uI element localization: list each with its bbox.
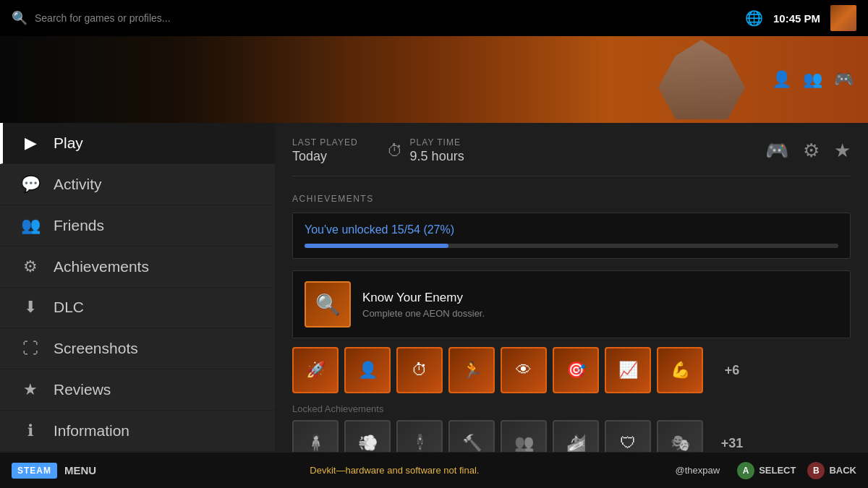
content-area: LAST PLAYED Today ⏱ PLAY TIME 9.5 hours … (275, 123, 868, 452)
avatar-image (830, 5, 856, 31)
last-played-block: LAST PLAYED Today (292, 137, 358, 164)
information-icon: ℹ (20, 421, 41, 441)
stats-row: LAST PLAYED Today ⏱ PLAY TIME 9.5 hours … (292, 137, 851, 176)
stats-action-icons: 🎮 ⚙ ★ (765, 140, 851, 162)
sidebar-label-reviews: Reviews (54, 381, 111, 398)
bottom-controls: A SELECT B BACK (737, 462, 856, 479)
gamepad-icon[interactable]: 🎮 (765, 140, 788, 162)
sidebar-label-information: Information (54, 422, 129, 440)
ach-icon-locked-6[interactable]: 🛡 (605, 420, 651, 452)
play-time-block: ⏱ PLAY TIME 9.5 hours (387, 137, 464, 164)
top-bar-right: 🌐 10:45 PM (745, 5, 856, 31)
globe-icon: 🌐 (745, 9, 763, 27)
achievement-progress-box: You've unlocked 15/54 (27%) (292, 213, 851, 259)
hero-action-icons: 👤 👥 🎮 (772, 70, 854, 89)
achievement-progress-text: You've unlocked 15/54 (27%) (305, 223, 838, 236)
select-label: SELECT (759, 465, 796, 476)
a-button[interactable]: A (737, 462, 754, 479)
sidebar-item-achievements[interactable]: ⚙ Achievements (0, 247, 275, 288)
locked-more-count[interactable]: +31 (709, 420, 755, 452)
sidebar-label-play: Play (54, 134, 83, 152)
hero-character (658, 40, 745, 119)
back-label: BACK (829, 465, 856, 476)
bottom-username: @thexpaw (676, 465, 720, 476)
achievements-icon: ⚙ (20, 257, 41, 277)
a-button-group[interactable]: A SELECT (737, 462, 796, 479)
devkit-notice: Devkit—hardware and software not final. (114, 465, 675, 476)
friends-icon[interactable]: 👥 (803, 70, 822, 89)
ach-icon-unlocked-5[interactable]: 🎯 (553, 347, 599, 393)
ach-icon-unlocked-2[interactable]: ⏱ (396, 347, 443, 393)
sidebar-item-information[interactable]: ℹ Information (0, 411, 275, 452)
screenshots-icon: ⛶ (20, 338, 41, 359)
ach-icon-locked-0[interactable]: 🧍 (292, 420, 339, 452)
locked-achievements-label: Locked Achievements (292, 403, 851, 414)
search-icon: 🔍 (12, 10, 27, 26)
sidebar-item-screenshots[interactable]: ⛶ Screenshots (0, 328, 275, 369)
sidebar-label-friends: Friends (54, 217, 104, 234)
clock-display: 10:45 PM (773, 12, 820, 25)
avatar[interactable] (830, 5, 856, 31)
playtime-clock-icon: ⏱ (387, 142, 403, 160)
b-button-group[interactable]: B BACK (807, 462, 856, 479)
friend-icon[interactable]: 👤 (772, 70, 791, 89)
menu-label: MENU (64, 464, 96, 476)
sidebar-item-dlc[interactable]: ⬇ DLC (0, 288, 275, 329)
settings-icon[interactable]: ⚙ (803, 140, 820, 162)
ach-icon-unlocked-4[interactable]: 👁 (501, 347, 547, 393)
ach-icon-locked-5[interactable]: 🏄 (553, 420, 599, 452)
featured-achievement-name: Know Your Enemy (362, 291, 485, 305)
featured-achievement-desc: Complete one AEON dossier. (362, 308, 485, 319)
play-time-value: 9.5 hours (410, 149, 464, 164)
locked-achievements-row: 🧍 💨 🕴 🔨 👥 🏄 🛡 🎭 +31 (292, 420, 851, 452)
progress-prefix: You've unlocked (305, 223, 391, 236)
search-input[interactable]: Search for games or profiles... (35, 12, 738, 24)
ach-icon-unlocked-6[interactable]: 📈 (605, 347, 651, 393)
ach-icon-unlocked-0[interactable]: 🚀 (292, 347, 339, 393)
ach-icon-unlocked-1[interactable]: 👤 (344, 347, 391, 393)
controller-icon[interactable]: 🎮 (834, 70, 854, 89)
b-button[interactable]: B (807, 462, 825, 479)
favorite-icon[interactable]: ★ (834, 140, 851, 162)
activity-icon: 💬 (20, 174, 41, 194)
ach-icon-unlocked-7[interactable]: 💪 (657, 347, 703, 393)
sidebar-label-activity: Activity (54, 176, 102, 193)
progress-bar-bg (305, 244, 838, 248)
sidebar: ▶ Play 💬 Activity 👥 Friends ⚙ Achievemen… (0, 123, 275, 452)
ach-icon-locked-4[interactable]: 👥 (501, 420, 547, 452)
top-bar: 🔍 Search for games or profiles... 🌐 10:4… (0, 0, 868, 36)
featured-achievement-info: Know Your Enemy Complete one AEON dossie… (362, 291, 485, 319)
progress-fraction: 15/54 (391, 223, 420, 236)
steam-badge: STEAM (12, 463, 57, 479)
friends-sidebar-icon: 👥 (20, 215, 41, 236)
ach-icon-unlocked-3[interactable]: 🏃 (448, 347, 495, 393)
ach-icon-locked-1[interactable]: 💨 (344, 420, 391, 452)
reviews-icon: ★ (20, 380, 41, 400)
sidebar-item-friends[interactable]: 👥 Friends (0, 205, 275, 247)
play-time-inner: PLAY TIME 9.5 hours (410, 137, 464, 164)
hero-banner: 👤 👥 🎮 (0, 36, 868, 123)
featured-achievement-icon: 🔍 (305, 281, 351, 328)
ach-icon-locked-3[interactable]: 🔨 (448, 420, 495, 452)
ach-icon-locked-2[interactable]: 🕴 (396, 420, 443, 452)
sidebar-label-achievements: Achievements (54, 258, 149, 275)
featured-achievement[interactable]: 🔍 Know Your Enemy Complete one AEON doss… (292, 270, 851, 338)
play-icon: ▶ (20, 133, 41, 153)
sidebar-item-activity[interactable]: 💬 Activity (0, 164, 275, 205)
bottom-bar: STEAM MENU Devkit—hardware and software … (0, 452, 868, 488)
sidebar-item-play[interactable]: ▶ Play (0, 123, 275, 164)
last-played-label: LAST PLAYED (292, 137, 358, 147)
play-time-label: PLAY TIME (410, 137, 464, 147)
unlocked-achievements-row: 🚀 👤 ⏱ 🏃 👁 🎯 📈 💪 +6 (292, 347, 851, 393)
dlc-icon: ⬇ (20, 297, 41, 317)
unlocked-more-count[interactable]: +6 (709, 347, 755, 393)
achievements-section-label: ACHIEVEMENTS (292, 194, 851, 204)
progress-pct-label: (27%) (423, 223, 454, 236)
ach-icon-locked-7[interactable]: 🎭 (657, 420, 703, 452)
sidebar-label-dlc: DLC (54, 299, 84, 316)
sidebar-label-screenshots: Screenshots (54, 340, 138, 357)
progress-bar-fill (305, 244, 448, 248)
sidebar-item-reviews[interactable]: ★ Reviews (0, 369, 275, 411)
main-layout: ▶ Play 💬 Activity 👥 Friends ⚙ Achievemen… (0, 123, 868, 452)
last-played-value: Today (292, 149, 358, 164)
